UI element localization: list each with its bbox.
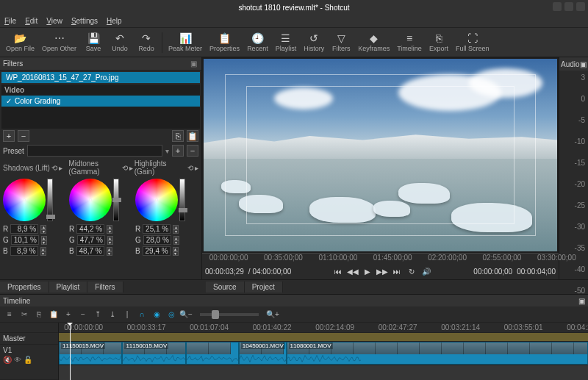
spin-down[interactable]: ▾ <box>107 251 112 256</box>
open-other-button[interactable]: ⋯Open Other <box>39 29 79 56</box>
tab-project[interactable]: Project <box>245 282 283 293</box>
add-filter-button[interactable]: + <box>3 130 15 142</box>
tab-filters[interactable]: Filters <box>87 282 123 293</box>
paste-filter-button[interactable]: 📋 <box>187 130 198 142</box>
master-track[interactable] <box>59 333 588 342</box>
mute-icon[interactable]: 🔇 <box>3 356 12 364</box>
rewind-button[interactable]: ◀◀ <box>346 265 359 277</box>
g-value-1[interactable]: 47,7 % <box>77 235 105 245</box>
tl-remove-button[interactable]: − <box>76 308 90 321</box>
recent-button[interactable]: 🕘Recent <box>244 29 271 56</box>
fullscreen-button[interactable]: ⛶Full Screen <box>453 29 492 56</box>
skip-prev-button[interactable]: ⏮ <box>331 265 345 277</box>
tl-menu-button[interactable]: ≡ <box>3 308 16 321</box>
menu-help[interactable]: Help <box>107 17 122 25</box>
redo-button[interactable]: ↷Redo <box>134 29 159 56</box>
close-button[interactable] <box>576 2 585 11</box>
tl-overwrite-button[interactable]: ⤓ <box>106 308 119 321</box>
volume-button[interactable]: 🔊 <box>420 265 433 277</box>
tab-playlist[interactable]: Playlist <box>49 282 88 293</box>
hide-icon[interactable]: 👁 <box>14 356 21 364</box>
maximize-button[interactable] <box>564 2 573 11</box>
reset-icon[interactable]: ⟲ <box>122 164 128 172</box>
tl-split-button[interactable]: | <box>121 308 134 321</box>
tl-zoom-in-button[interactable]: 🔍+ <box>266 308 279 321</box>
spin-down[interactable]: ▾ <box>173 240 179 245</box>
playhead[interactable] <box>70 323 71 380</box>
tab-properties[interactable]: Properties <box>0 282 49 293</box>
export-button[interactable]: ⎘Export <box>426 29 451 56</box>
color-wheel-0[interactable] <box>3 179 46 221</box>
tc-current[interactable]: 00:00:00;00 <box>473 268 512 276</box>
copy-filter-button[interactable]: ⎘ <box>172 130 184 142</box>
spin-down[interactable]: ▾ <box>173 251 179 256</box>
clip-3[interactable]: 10450001.MOV <box>239 342 287 365</box>
spin-down[interactable]: ▾ <box>107 229 112 234</box>
reset-icon[interactable]: ⟲ <box>51 164 57 172</box>
reset-icon[interactable]: ⟲ <box>187 164 193 172</box>
filters-close-icon[interactable]: ▣ <box>188 59 198 69</box>
keyframes-button[interactable]: ◆Keyframes <box>355 29 392 56</box>
b-value-1[interactable]: 48,7 % <box>76 246 104 256</box>
g-value-2[interactable]: 28,0 % <box>143 235 171 245</box>
track-header-master[interactable]: Master <box>0 333 58 345</box>
r-value-0[interactable]: 8,9 % <box>10 224 38 234</box>
luma-slider-2[interactable] <box>179 179 185 221</box>
remove-filter-button[interactable]: − <box>18 130 29 142</box>
preset-delete-button[interactable]: − <box>187 145 198 157</box>
b-value-2[interactable]: 29,4 % <box>143 246 171 256</box>
luma-slider-1[interactable] <box>113 179 119 221</box>
timeline-close-icon[interactable]: ▣ <box>578 297 585 305</box>
spin-down[interactable]: ▾ <box>40 251 46 256</box>
history-button[interactable]: ↺History <box>301 29 327 56</box>
preset-dropdown-icon[interactable]: ▾ <box>165 147 169 155</box>
tab-source[interactable]: Source <box>206 282 245 293</box>
clip-2[interactable] <box>186 342 239 365</box>
tl-ripple-button[interactable]: ◎ <box>165 308 178 321</box>
tl-zoom-out-button[interactable]: 🔍− <box>179 308 193 321</box>
r-value-2[interactable]: 25,1 % <box>143 224 171 234</box>
timeline-ruler[interactable]: 00:00:00:0000:00:33:1700:01:07:0400:01:4… <box>59 323 588 333</box>
color-wheel-2[interactable] <box>135 179 178 221</box>
tl-append-button[interactable]: + <box>62 308 75 321</box>
properties-button[interactable]: 📋Properties <box>207 29 243 56</box>
filters-button[interactable]: ▽Filters <box>329 29 354 56</box>
lock-icon[interactable]: 🔓 <box>24 356 32 364</box>
undo-button[interactable]: ↶Undo <box>107 29 132 56</box>
video-track-v1[interactable]: 11150015.MOV11150015.MOV10450001.MOV1108… <box>59 342 588 365</box>
track-header-v1[interactable]: V1 🔇 👁 🔓 <box>0 345 58 380</box>
spin-down[interactable]: ▾ <box>40 229 46 234</box>
r-value-1[interactable]: 44,2 % <box>76 224 104 234</box>
menu-view[interactable]: View <box>46 17 62 25</box>
spin-down[interactable]: ▾ <box>173 229 179 234</box>
keyframe-icon[interactable]: ▸ <box>195 164 198 172</box>
playlist-button[interactable]: ☰Playlist <box>273 29 300 56</box>
luma-slider-0[interactable] <box>47 179 53 221</box>
tl-copy-button[interactable]: ⎘ <box>32 308 46 321</box>
audio-close-icon[interactable]: ▣ <box>580 60 587 68</box>
peak-meter-button[interactable]: 📊Peak Meter <box>165 29 205 56</box>
spin-down[interactable]: ▾ <box>107 240 113 245</box>
g-value-0[interactable]: 10,1 % <box>11 235 39 245</box>
spin-down[interactable]: ▾ <box>41 240 47 245</box>
menu-file[interactable]: File <box>4 17 16 25</box>
b-value-0[interactable]: 8,9 % <box>10 246 38 256</box>
play-button[interactable]: ▶ <box>361 265 374 277</box>
tl-paste-button[interactable]: 📋 <box>47 308 60 321</box>
minimize-button[interactable] <box>553 2 562 11</box>
preset-select[interactable] <box>27 145 162 157</box>
menu-settings[interactable]: Settings <box>71 17 98 25</box>
filter-item-color-grading[interactable]: ✓ Color Grading <box>1 96 200 107</box>
clip-4[interactable]: 11080001.MOV <box>287 342 588 365</box>
loop-button[interactable]: ↻ <box>405 265 418 277</box>
skip-next-button[interactable]: ⏭ <box>390 265 404 277</box>
tl-snap-button[interactable]: ∩ <box>135 308 148 321</box>
tc-in[interactable]: 00:00:03;29 <box>205 268 244 276</box>
keyframe-icon[interactable]: ▸ <box>59 164 62 172</box>
preview-viewer[interactable] <box>204 59 557 251</box>
keyframe-icon[interactable]: ▸ <box>129 164 133 172</box>
clip-1[interactable]: 11150015.MOV <box>122 342 185 365</box>
tl-cut-button[interactable]: ✂ <box>18 308 31 321</box>
open-file-button[interactable]: 📂Open File <box>3 29 37 56</box>
save-button[interactable]: 💾Save <box>81 29 106 56</box>
